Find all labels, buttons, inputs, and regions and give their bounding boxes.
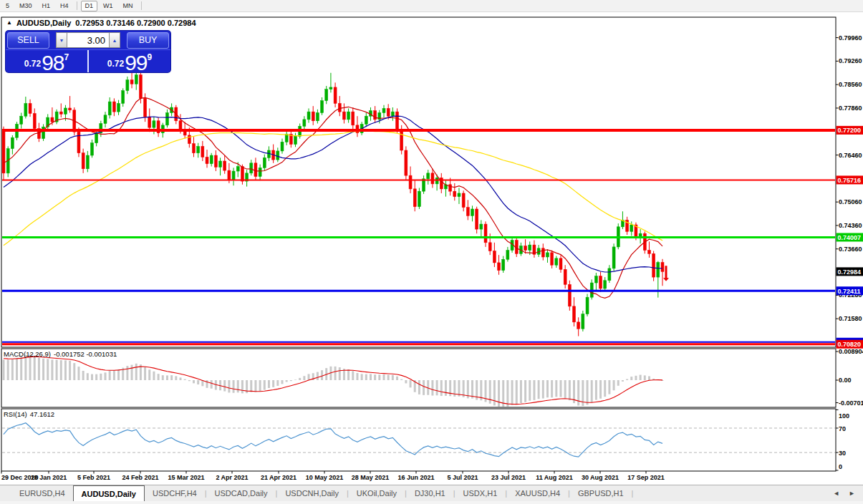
macd-bar	[228, 380, 230, 392]
candle-body	[206, 157, 208, 163]
rsi-tick-label: 0	[839, 463, 842, 470]
rsi-pane	[1, 409, 836, 471]
macd-bar	[250, 380, 252, 392]
price-tick-label: 0.79260	[839, 57, 862, 64]
macd-bar	[109, 371, 111, 380]
macd-bar	[95, 374, 97, 380]
timeframe-button-5[interactable]: 5	[1, 1, 14, 11]
chart-title-symbol: AUDUSD,Daily	[16, 19, 71, 27]
chart-tab-usdcad-daily[interactable]: USDCAD,Daily	[207, 485, 276, 501]
volume-decrease-button[interactable]: ▼	[56, 32, 67, 48]
candle-body	[122, 91, 125, 104]
buy-price-display[interactable]: 0.72 99 9	[87, 50, 170, 72]
candle-body	[498, 263, 501, 271]
macd-bar	[188, 380, 191, 381]
macd-bar	[170, 375, 173, 380]
price-tick-label: 0.74360	[839, 222, 862, 229]
date-label: 18 Jan 2021	[31, 474, 67, 481]
timeframe-button-mn[interactable]: MN	[119, 1, 138, 11]
buy-button[interactable]: BUY	[127, 32, 169, 49]
candle-body	[564, 269, 567, 284]
candle-body	[236, 166, 239, 171]
candle-body	[502, 259, 505, 270]
chart-tab-eurusd-h4[interactable]: EURUSD,H4	[11, 485, 73, 501]
chart-title: ▲ AUDUSD,Daily 0.72953 0.73146 0.72900 0…	[6, 19, 196, 27]
candle-body	[342, 112, 345, 120]
timeframe-button-h4[interactable]: H4	[56, 1, 73, 11]
tabs-scroll-right-icon[interactable]: ►	[849, 490, 855, 497]
candle-body	[652, 253, 655, 277]
macd-bar	[524, 380, 526, 402]
macd-bar	[73, 363, 75, 380]
sell-price-display[interactable]: 0.72 98 7	[6, 50, 87, 72]
date-label: 23 Jul 2021	[491, 474, 526, 481]
candle-body	[524, 246, 527, 251]
macd-bar	[38, 358, 40, 380]
date-label: 30 Aug 2021	[582, 474, 619, 481]
macd-bar	[387, 375, 390, 380]
candle-body	[232, 171, 235, 180]
chart-tab-usdx-h1[interactable]: USDX,H1	[455, 485, 506, 501]
volume-stepper: ▼ 3.00 ▲	[49, 32, 127, 48]
macd-bar	[445, 380, 447, 396]
chart-tab-usdchf-h4[interactable]: USDCHF,H4	[145, 485, 205, 501]
candle-body	[285, 135, 288, 142]
volume-increase-button[interactable]: ▲	[109, 32, 120, 48]
chart-tab-gbpusd-h1[interactable]: GBPUSD,H1	[570, 485, 632, 501]
macd-bar	[640, 375, 642, 380]
timeframe-button-m30[interactable]: M30	[15, 1, 37, 11]
candle-body	[29, 103, 32, 113]
macd-bar	[577, 380, 579, 405]
macd-bar	[113, 370, 115, 380]
macd-indicator-label: MACD(12,26,9)-0.001752 -0.001031	[4, 350, 120, 358]
candle-body	[471, 209, 473, 215]
chart-tab-ukoil-daily[interactable]: UKOil,Daily	[349, 485, 405, 501]
candle-body	[64, 108, 67, 114]
macd-bar	[418, 380, 420, 394]
collapse-triangle-icon[interactable]: ▲	[6, 20, 12, 26]
macd-bar	[11, 359, 14, 380]
date-label: 11 Aug 2021	[536, 474, 573, 481]
timeframe-button-w1[interactable]: W1	[99, 1, 117, 11]
macd-bar	[197, 380, 199, 384]
volume-input[interactable]: 3.00	[67, 32, 109, 48]
macd-bar	[542, 380, 544, 399]
timeframe-button-d1[interactable]: D1	[81, 1, 98, 11]
date-label: 24 Feb 2021	[122, 474, 158, 481]
tabs-scroll-left-icon[interactable]: ◄	[833, 490, 839, 497]
rsi-name: RSI(14)	[4, 410, 27, 418]
macd-bar	[56, 359, 58, 380]
candle-body	[69, 108, 72, 110]
macd-bar	[608, 380, 610, 394]
candle-body	[555, 258, 558, 265]
candle-body	[493, 251, 496, 263]
macd-bar	[321, 370, 323, 380]
macd-bar	[69, 361, 71, 380]
rsi-tick-label: 30	[839, 450, 846, 457]
toolbar-separator	[141, 1, 142, 10]
macd-bar	[352, 371, 354, 380]
candle-body	[59, 112, 62, 114]
macd-bar	[77, 367, 79, 380]
candle-body	[214, 155, 217, 167]
candle-body	[396, 112, 399, 130]
chart-tab-xauusd-h4[interactable]: XAUUSD,H4	[507, 485, 568, 501]
timeframe-button-h1[interactable]: H1	[38, 1, 55, 11]
candle-body	[135, 75, 138, 84]
chart-tab-dj30-h1[interactable]: DJ30,H1	[407, 485, 453, 501]
macd-bar	[626, 379, 628, 380]
macd-bar	[559, 380, 561, 397]
chart-tab-usdcnh-daily[interactable]: USDCNH,Daily	[277, 485, 347, 501]
buy-price-big-digits: 99	[125, 54, 147, 72]
sell-price-big-digits: 98	[42, 54, 64, 72]
candle-body	[431, 173, 434, 184]
price-tick-label: 0.79960	[839, 34, 862, 42]
candle-body	[409, 175, 412, 189]
candle-body	[82, 153, 85, 169]
candle-body	[484, 224, 487, 243]
sell-button[interactable]: SELL	[7, 32, 49, 49]
macd-bar	[211, 380, 213, 389]
chart-tab-audusd-daily[interactable]: AUDUSD,Daily	[73, 485, 145, 501]
candle-body	[462, 193, 465, 208]
candle-body	[405, 150, 408, 175]
